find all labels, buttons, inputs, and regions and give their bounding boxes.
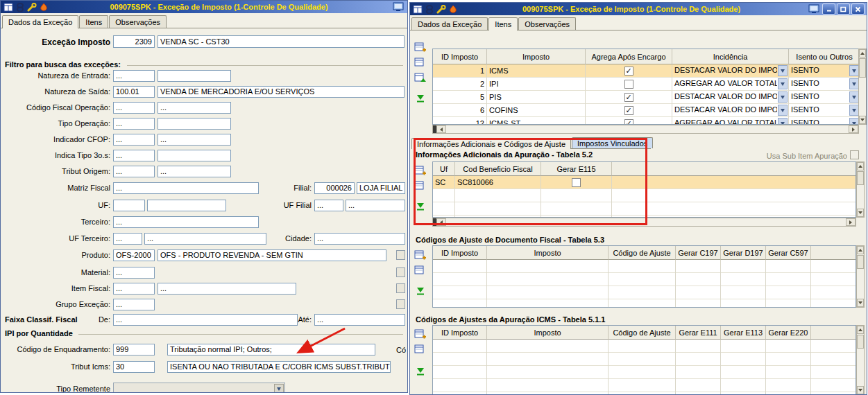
flame-icon[interactable]: [40, 3, 48, 12]
natureza-saida-code-field[interactable]: 100.01: [113, 86, 155, 98]
duplicate-row-button[interactable]: [412, 55, 429, 69]
vertical-scrollbar[interactable]: [856, 325, 865, 395]
uf-terceiro-desc-field[interactable]: ...: [144, 233, 266, 245]
dropdown-arrow-icon[interactable]: [778, 118, 788, 125]
sheet-icon[interactable]: [3, 3, 13, 12]
tab-dados-excecao[interactable]: Dados da Exceção: [411, 17, 488, 30]
matriz-fiscal-field[interactable]: ...: [113, 182, 259, 194]
scroll-down-button[interactable]: [857, 386, 864, 394]
indicador-cfop-desc-field[interactable]: ...: [158, 134, 231, 146]
cell-uf[interactable]: SC: [433, 176, 455, 189]
vertical-scrollbar[interactable]: [856, 245, 865, 308]
gerar-e115-checkbox[interactable]: [572, 178, 581, 187]
scroll-left-button[interactable]: [436, 218, 446, 226]
uf-code-field[interactable]: [113, 200, 145, 211]
add-row-button[interactable]: [412, 164, 429, 177]
cell-agrega[interactable]: [586, 104, 672, 117]
cidade-field[interactable]: ...: [314, 233, 405, 245]
cell-id-imposto[interactable]: 1: [433, 64, 487, 78]
cell-isento[interactable]: ISENTO: [789, 78, 859, 91]
excecao-imposto-desc-field[interactable]: VENDA SC - CST30: [158, 35, 405, 48]
horizontal-scrollbar[interactable]: [432, 218, 856, 227]
dropdown-arrow-icon[interactable]: [778, 65, 788, 76]
duplicate-row-button[interactable]: [412, 342, 429, 356]
scroll-left-button[interactable]: [436, 125, 446, 133]
last-row-button[interactable]: [412, 284, 429, 298]
grupo-excecao-zoom-button[interactable]: [396, 299, 405, 309]
cell-agrega[interactable]: [586, 117, 672, 125]
excecao-imposto-code-field[interactable]: 2309: [113, 35, 155, 48]
tipo-operacao-code-field[interactable]: ...: [113, 118, 155, 130]
scroll-up-button[interactable]: [859, 49, 866, 58]
cell-incidencia[interactable]: AGREGAR AO VALOR TOTAL D: [672, 117, 789, 125]
tribut-icms-code-field[interactable]: 30: [113, 361, 155, 373]
dropdown-arrow-icon[interactable]: [849, 78, 859, 89]
material-code-field[interactable]: ...: [113, 267, 155, 279]
faixa-ate-field[interactable]: ...: [314, 314, 405, 326]
wrench-icon[interactable]: [436, 5, 446, 14]
flame-icon[interactable]: [449, 5, 457, 14]
uf-terceiro-code-field[interactable]: ...: [113, 233, 142, 245]
cell-cod-beneficio[interactable]: SC810066: [455, 176, 541, 189]
last-row-button[interactable]: [412, 365, 429, 378]
dropdown-arrow-icon[interactable]: [778, 78, 788, 89]
dropdown-arrow-icon[interactable]: [778, 105, 788, 116]
add-row-button[interactable]: [412, 248, 429, 262]
grid-row[interactable]: 6 COFINS DESTACAR VALOR DO IMPOST ISENTO: [433, 104, 858, 117]
grid-row[interactable]: 1 ICMS DESTACAR VALOR DO IMPOST ISENTO: [433, 64, 858, 78]
scroll-down-button[interactable]: [857, 299, 864, 307]
codigo-fiscal-operacao-desc-field[interactable]: ...: [158, 102, 231, 114]
vertical-scrollbar[interactable]: [858, 49, 867, 125]
filial-desc-field[interactable]: LOJA FILIAL S: [357, 182, 405, 194]
insert-row-button[interactable]: [412, 71, 429, 85]
grid-row[interactable]: 5 PIS DESTACAR VALOR DO IMPOST ISENTO: [433, 91, 858, 104]
cell-imposto[interactable]: COFINS: [487, 104, 586, 117]
close-button[interactable]: [851, 3, 865, 15]
cell-incidencia[interactable]: AGREGAR AO VALOR TOTAL D: [672, 78, 789, 91]
tab-dados-excecao[interactable]: Dados da Exceção: [2, 15, 78, 28]
agrega-checkbox[interactable]: [624, 119, 633, 125]
cell-agrega[interactable]: [586, 64, 672, 78]
uf-filial-code-field[interactable]: ...: [314, 200, 343, 211]
cell-incidencia[interactable]: DESTACAR VALOR DO IMPOST: [672, 64, 789, 78]
tipo-operacao-desc-field[interactable]: [158, 118, 231, 130]
grid-row[interactable]: 2 IPI AGREGAR AO VALOR TOTAL D ISENTO: [433, 78, 858, 91]
tribut-origem-code-field[interactable]: ...: [113, 166, 155, 177]
sheet-icon[interactable]: [413, 5, 423, 14]
natureza-entrada-desc-field[interactable]: [158, 70, 231, 82]
maximize-button[interactable]: [837, 3, 850, 15]
last-row-button[interactable]: [412, 91, 429, 105]
tab-observacoes[interactable]: Observações: [109, 15, 167, 28]
dropdown-arrow-icon[interactable]: [849, 91, 859, 103]
scroll-up-button[interactable]: [857, 246, 864, 254]
cell-agrega[interactable]: [586, 91, 672, 104]
cod-enquadramento-desc-field[interactable]: Tributação normal IPI; Outros;: [167, 344, 375, 356]
dropdown-arrow-icon[interactable]: [849, 65, 859, 76]
tab-itens[interactable]: Itens: [488, 17, 518, 30]
usa-sub-item-checkbox[interactable]: [850, 150, 859, 159]
cell-isento[interactable]: ISENTO: [789, 104, 859, 117]
cell-isento[interactable]: ISENTO: [789, 64, 859, 78]
agrega-checkbox[interactable]: [624, 67, 633, 76]
produto-code-field[interactable]: OFS-2000: [113, 249, 155, 261]
add-row-button[interactable]: [412, 327, 429, 341]
cell-id-imposto[interactable]: 5: [433, 91, 487, 104]
tab-observacoes[interactable]: Observações: [518, 17, 576, 30]
scroll-thumb[interactable]: [857, 171, 864, 185]
chain-icon[interactable]: [16, 3, 24, 12]
tipo-remetente-combo[interactable]: [113, 383, 285, 393]
cell-agrega[interactable]: [586, 78, 672, 91]
wrench-icon[interactable]: [27, 3, 37, 12]
tab-impostos-vinculados[interactable]: Impostos Vinculados: [572, 137, 653, 148]
duplicate-row-button[interactable]: [412, 179, 429, 193]
grid-row[interactable]: SC SC810066: [433, 176, 856, 189]
agrega-checkbox[interactable]: [624, 80, 633, 89]
cell-id-imposto[interactable]: 6: [433, 104, 487, 117]
agrega-checkbox[interactable]: [624, 93, 633, 102]
cell-imposto[interactable]: ICMS-ST: [487, 117, 586, 125]
dropdown-arrow-icon[interactable]: [849, 118, 859, 125]
scroll-thumb[interactable]: [859, 58, 866, 78]
tribut-icms-desc-field[interactable]: ISENTA OU NAO TRIBUTADA E C/COBR ICMS SU…: [167, 361, 391, 373]
item-fiscal-code-field[interactable]: ...: [113, 283, 155, 295]
cod-enquadramento-code-field[interactable]: 999: [113, 344, 155, 356]
